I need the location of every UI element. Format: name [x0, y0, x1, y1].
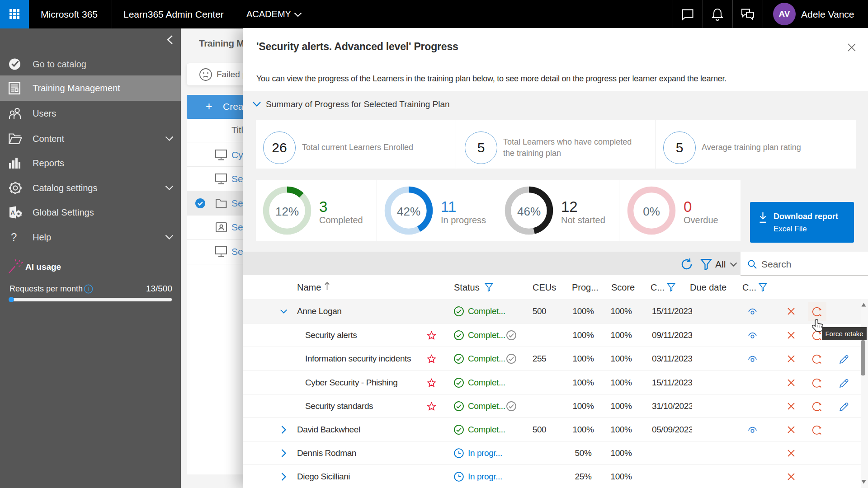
svg-text:i: i: [88, 286, 89, 292]
svg-text:A: A: [11, 209, 15, 216]
